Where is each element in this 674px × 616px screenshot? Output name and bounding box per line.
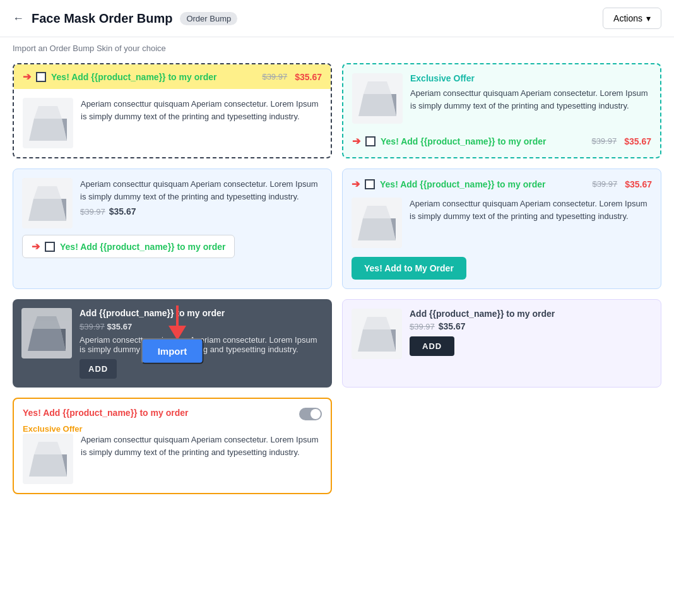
product-image-2 [352, 73, 403, 124]
checkbox-4[interactable] [365, 179, 375, 189]
price-original-3: $39.97 [80, 207, 105, 216]
card-4-body: Aperiam consecttur quisquam Aperiam cons… [352, 198, 652, 248]
arrow-icon-3: ➔ [32, 240, 40, 252]
card-6-content: Add {{product_name}} to my order $39.97 … [410, 309, 652, 356]
actions-label: Actions [613, 13, 642, 23]
svg-marker-9 [358, 218, 396, 240]
card-1-header: ➔ Yes! Add {{product_name}} to my order … [14, 64, 331, 89]
box-icon-1 [29, 106, 67, 141]
card-3-desc: Aperiam consecttur quisquam Aperiam cons… [80, 178, 322, 203]
card-1-body: Aperiam consecttur quisquam Aperiam cons… [14, 89, 331, 157]
checkbox-2[interactable] [365, 136, 375, 146]
svg-marker-20 [29, 454, 67, 477]
product-image-4 [352, 198, 402, 248]
card-7-body: Aperiam consecttur quisquam Aperiam cons… [23, 434, 322, 484]
card-2-desc: Aperiam consecttur quisquam Aperiam cons… [410, 87, 651, 112]
exclusive-offer-label-2: Exclusive Offer [410, 73, 651, 83]
order-bump-badge: Order Bump [180, 12, 237, 25]
price-new-4: $35.67 [625, 179, 652, 189]
skin-card-2: Exclusive Offer Aperiam consecttur quisq… [342, 63, 661, 158]
card-7-top: Yes! Add {{product_name}} to my order [23, 408, 322, 420]
price-original-1: $39.97 [262, 72, 287, 81]
svg-marker-21 [34, 442, 62, 454]
box-icon-7 [29, 442, 67, 477]
arrow-down-red-icon [166, 305, 189, 340]
checkbox-1[interactable] [36, 72, 46, 82]
price-original-2: $39.97 [591, 136, 617, 146]
skin-card-3: Aperiam consecttur quisquam Aperiam cons… [13, 169, 332, 289]
card-4-top: ➔ Yes! Add {{product_name}} to my order … [352, 178, 652, 190]
exclusive-offer-label-7: Exclusive Offer [23, 424, 322, 434]
svg-marker-7 [33, 186, 61, 199]
card-2-top: Exclusive Offer Aperiam consecttur quisq… [352, 73, 651, 124]
card-5-prices: $39.97 $35.67 [80, 322, 323, 331]
yes-add-button-3[interactable]: ➔ Yes! Add {{product_name}} to my order [22, 235, 235, 258]
price-original-6: $39.97 [410, 322, 435, 331]
svg-marker-3 [358, 94, 396, 116]
product-image-5 [21, 308, 72, 358]
actions-button[interactable]: Actions ▾ [603, 8, 661, 29]
subheader-text: Import an Order Bump Skin of your choice [13, 44, 166, 53]
skin-card-6: Add {{product_name}} to my order $39.97 … [342, 299, 661, 388]
skin-card-4: ➔ Yes! Add {{product_name}} to my order … [342, 169, 661, 289]
yes-add-label-2: Yes! Add {{product_name}} to my order [381, 136, 586, 146]
page-title: Face Mask Order Bump [32, 11, 172, 26]
skin-card-1: ➔ Yes! Add {{product_name}} to my order … [13, 63, 332, 158]
svg-marker-1 [34, 106, 62, 119]
product-image-7 [23, 434, 73, 484]
card-4-desc: Aperiam consecttur quisquam Aperiam cons… [410, 198, 652, 248]
svg-marker-12 [28, 329, 66, 351]
skin-card-7: Yes! Add {{product_name}} to my order Ex… [13, 398, 332, 494]
svg-marker-10 [363, 206, 391, 218]
price-original-4: $39.97 [592, 179, 617, 189]
yes-add-label-1: Yes! Add {{product_name}} to my order [51, 72, 257, 82]
yes-label-3: Yes! Add {{product_name}} to my order [60, 242, 225, 252]
price-new-2: $35.67 [624, 136, 651, 146]
card-2-bottom: ➔ Yes! Add {{product_name}} to my order … [352, 130, 651, 147]
price-new-1: $35.67 [295, 72, 322, 82]
product-image-1 [23, 98, 73, 148]
toggle-knob-7 [310, 409, 321, 419]
back-button[interactable]: ← [13, 12, 24, 25]
svg-marker-17 [358, 329, 396, 352]
product-image-3 [22, 178, 73, 228]
arrow-icon-4: ➔ [352, 178, 360, 190]
chevron-down-icon: ▾ [646, 13, 651, 23]
header: ← Face Mask Order Bump Order Bump Action… [0, 0, 674, 37]
checkbox-3[interactable] [45, 242, 55, 252]
toggle-switch-7[interactable] [299, 408, 322, 420]
card-3-inner: Aperiam consecttur quisquam Aperiam cons… [22, 178, 322, 228]
svg-marker-0 [29, 119, 67, 141]
skin-card-5: Add {{product_name}} to my order $39.97 … [13, 299, 332, 388]
add-to-order-button-4[interactable]: Yes! Add to My Order [352, 257, 466, 280]
card-6-title: Add {{product_name}} to my order [410, 309, 652, 319]
svg-marker-4 [364, 81, 391, 94]
box-icon-2 [358, 81, 396, 116]
product-image-6 [352, 309, 402, 359]
yes-label-7: Yes! Add {{product_name}} to my order [23, 408, 188, 418]
card-5-title: Add {{product_name}} to my order [80, 308, 323, 318]
arrow-right-icon: ➔ [23, 71, 31, 83]
import-button[interactable]: Import [141, 338, 204, 364]
box-icon-4 [358, 206, 396, 240]
box-icon-5 [28, 316, 66, 351]
price-new-3: $35.67 [109, 206, 136, 216]
yes-label-4: Yes! Add {{product_name}} to my order [380, 179, 587, 189]
arrow-right-icon-2: ➔ [352, 135, 360, 147]
subheader: Import an Order Bump Skin of your choice [0, 37, 674, 63]
add-button-6[interactable]: ADD [410, 336, 454, 356]
price-new-6: $35.67 [439, 321, 466, 331]
svg-marker-13 [33, 316, 61, 329]
svg-marker-6 [28, 199, 66, 221]
skins-grid: ➔ Yes! Add {{product_name}} to my order … [0, 63, 674, 507]
card-1-desc: Aperiam consecttur quisquam Aperiam cons… [81, 98, 322, 148]
card-7-desc: Aperiam consecttur quisquam Aperiam cons… [81, 434, 322, 484]
box-icon-3 [28, 186, 66, 221]
add-button-5[interactable]: ADD [80, 359, 117, 379]
svg-marker-18 [363, 317, 391, 329]
box-icon-6 [358, 317, 396, 352]
